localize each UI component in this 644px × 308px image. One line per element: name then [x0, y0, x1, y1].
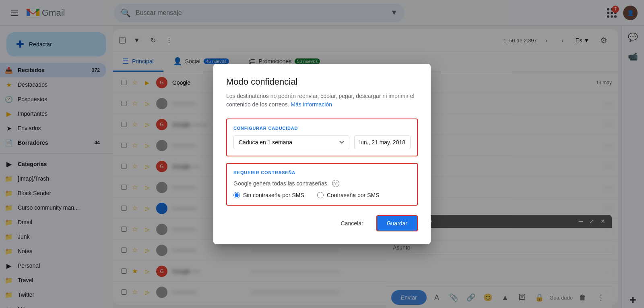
password-radio-group: Sin contraseña por SMS Contraseña por SM… [233, 192, 411, 198]
cancel-button[interactable]: Cancelar [331, 216, 373, 231]
password-description: Google genera todas las contraseñas. ? [233, 180, 411, 187]
password-section-title: REQUERIR CONTRASEÑA [233, 170, 411, 175]
modal-actions: Cancelar Guardar [226, 215, 418, 231]
radio-sms[interactable]: Contraseña por SMS [317, 192, 380, 198]
password-desc-text: Google genera todas las contraseñas. [233, 180, 329, 187]
save-button[interactable]: Guardar [376, 215, 418, 231]
radio-no-sms-label: Sin contraseña por SMS [243, 192, 304, 198]
radio-sms-label: Contraseña por SMS [327, 192, 380, 198]
expiry-row: Caduca en 1 semana lun., 21 may. 2018 [233, 135, 411, 149]
help-icon[interactable]: ? [332, 180, 339, 187]
radio-no-sms-input[interactable] [233, 192, 240, 198]
expiry-section: CONFIGURAR CADUCIDAD Caduca en 1 semana … [226, 119, 418, 156]
modal-title: Modo confidencial [226, 77, 418, 87]
password-section: REQUERIR CONTRASEÑA Google genera todas … [226, 163, 418, 206]
expiry-section-title: CONFIGURAR CADUCIDAD [233, 126, 411, 131]
expiry-select[interactable]: Caduca en 1 semana [233, 135, 349, 149]
radio-no-sms[interactable]: Sin contraseña por SMS [233, 192, 304, 198]
modal-description: Los destinatarios no podrán reenviar, co… [226, 92, 418, 109]
radio-sms-input[interactable] [317, 192, 324, 198]
more-info-link[interactable]: Más información [291, 101, 332, 108]
confidential-mode-modal: Modo confidencial Los destinatarios no p… [213, 64, 431, 244]
modal-overlay: Modo confidencial Los destinatarios no p… [0, 0, 644, 308]
expiry-date: lun., 21 may. 2018 [354, 135, 411, 149]
